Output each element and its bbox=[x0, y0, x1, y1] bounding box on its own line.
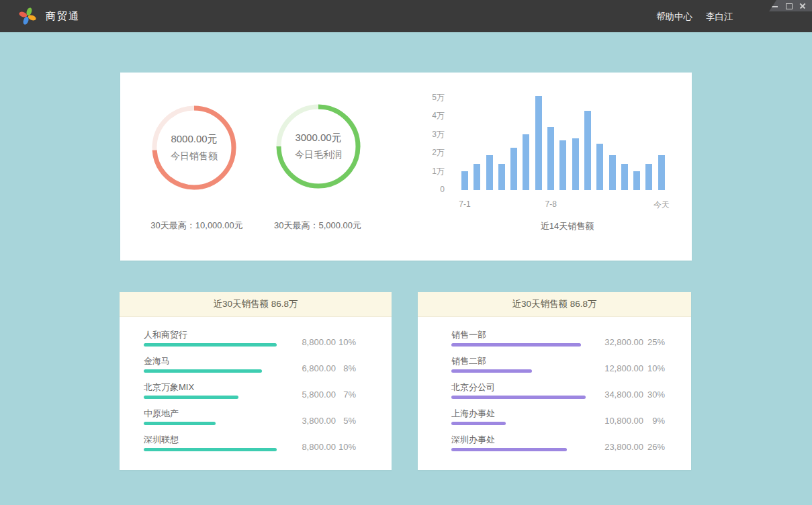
sales-bar bbox=[473, 164, 480, 190]
sales-bar bbox=[633, 171, 640, 190]
sales-bar bbox=[645, 164, 652, 190]
rank-progress-bar bbox=[144, 396, 238, 399]
rank-value: 34,800.00 bbox=[576, 389, 643, 400]
sales-bar bbox=[461, 171, 468, 190]
x-axis-label: 7-1 bbox=[459, 199, 470, 209]
sales-bar bbox=[547, 127, 554, 190]
sales-bar bbox=[584, 111, 591, 191]
rank-percent: 10% bbox=[329, 337, 356, 347]
rank-name: 上海办事处 bbox=[451, 408, 495, 420]
rank-percent: 10% bbox=[635, 363, 665, 373]
department-rank-title: 近30天销售额 86.8万 bbox=[418, 292, 691, 317]
customer-rank-row: 人和商贸行 8,800.00 10% bbox=[120, 328, 392, 355]
today-sales-value: 8000.00元 bbox=[171, 133, 217, 146]
customer-rank-row: 北京万象MIX 5,800.00 7% bbox=[120, 381, 392, 407]
department-rank-row: 销售二部 12,800.00 10% bbox=[418, 355, 691, 381]
sales-bar bbox=[523, 134, 529, 190]
x-axis-label: 7-8 bbox=[545, 199, 556, 209]
rank-progress-bar bbox=[451, 422, 506, 425]
close-button[interactable] bbox=[799, 2, 807, 10]
rank-name: 销售一部 bbox=[451, 329, 486, 341]
minimize-button[interactable] bbox=[770, 2, 778, 10]
bar-chart-x-axis: 7-17-8今天 bbox=[461, 199, 666, 210]
y-axis-tick: 3万 bbox=[409, 130, 445, 140]
y-axis-tick: 0 bbox=[409, 185, 445, 195]
maximize-button[interactable] bbox=[784, 2, 793, 10]
rank-percent: 26% bbox=[635, 442, 665, 452]
customer-rank-card: 近30天销售额 86.8万 人和商贸行 8,800.00 10% 金海马 6,8… bbox=[120, 292, 392, 470]
department-rank-card: 近30天销售额 86.8万 销售一部 32,800.00 25% 销售二部 12… bbox=[418, 292, 691, 470]
department-rank-row: 上海办事处 10,800.00 9% bbox=[418, 407, 691, 433]
today-sales-label: 今日销售额 bbox=[171, 150, 218, 163]
rank-value: 10,800.00 bbox=[576, 416, 643, 426]
customer-rank-title: 近30天销售额 86.8万 bbox=[120, 292, 392, 317]
rank-value: 5,800.00 bbox=[275, 389, 336, 400]
rank-progress-bar bbox=[144, 343, 277, 347]
rank-value: 32,800.00 bbox=[576, 337, 643, 347]
rank-percent: 8% bbox=[329, 363, 356, 373]
department-rank-row: 深圳办事处 23,800.00 26% bbox=[418, 433, 691, 459]
rank-progress-bar bbox=[451, 369, 532, 373]
rank-progress-bar bbox=[144, 369, 262, 373]
department-rank-row: 北京分公司 34,800.00 30% bbox=[418, 381, 691, 407]
rank-value: 12,800.00 bbox=[576, 363, 643, 373]
sales-bar bbox=[510, 148, 517, 190]
rank-value: 3,800.00 bbox=[275, 416, 336, 426]
today-summary-card: 8000.00元 今日销售额 30天最高：10,000.00元 3000.00元… bbox=[120, 73, 692, 261]
rank-percent: 25% bbox=[635, 337, 665, 347]
pinwheel-logo-icon bbox=[17, 6, 38, 26]
x-axis-label: 今天 bbox=[653, 199, 670, 211]
rank-name: 中原地产 bbox=[144, 408, 179, 420]
y-axis-tick: 1万 bbox=[409, 167, 445, 177]
app-title: 商贸通 bbox=[46, 10, 80, 23]
rank-progress-bar bbox=[144, 422, 216, 425]
rank-progress-bar bbox=[451, 396, 586, 399]
rank-name: 销售二部 bbox=[451, 355, 486, 367]
rank-name: 北京万象MIX bbox=[144, 381, 194, 394]
sales-bar bbox=[559, 140, 566, 190]
rank-value: 8,800.00 bbox=[275, 442, 336, 452]
sales-bar bbox=[486, 155, 493, 190]
sales-bar bbox=[621, 164, 628, 190]
sales-bar bbox=[609, 155, 616, 190]
bar-chart-bars bbox=[461, 89, 666, 190]
sales-bar bbox=[535, 96, 542, 191]
rank-progress-bar bbox=[451, 343, 581, 347]
customer-rank-row: 深圳联想 8,800.00 10% bbox=[120, 433, 392, 459]
y-axis-tick: 4万 bbox=[409, 111, 445, 121]
today-sales-donut: 8000.00元 今日销售额 bbox=[150, 104, 238, 191]
sales-bar bbox=[572, 138, 579, 190]
department-rank-row: 销售一部 32,800.00 25% bbox=[418, 328, 691, 355]
y-axis-tick: 5万 bbox=[409, 93, 445, 103]
bar-chart-title: 近14天销售额 bbox=[461, 220, 673, 232]
rank-name: 深圳联想 bbox=[144, 434, 179, 446]
rank-name: 金海马 bbox=[144, 355, 170, 367]
user-menu[interactable]: 李白江 bbox=[706, 11, 733, 23]
rank-name: 北京分公司 bbox=[451, 381, 495, 394]
today-profit-max: 30天最高：5,000.00元 bbox=[245, 220, 390, 232]
sales-bar bbox=[498, 164, 505, 190]
help-center-link[interactable]: 帮助中心 bbox=[656, 11, 692, 23]
rank-name: 人和商贸行 bbox=[144, 329, 187, 341]
rank-percent: 7% bbox=[329, 389, 356, 400]
titlebar: 商贸通 帮助中心 李白江 bbox=[0, 0, 812, 32]
today-profit-donut: 3000.00元 今日毛利润 bbox=[275, 103, 362, 190]
window-controls bbox=[769, 0, 812, 11]
sales-bar bbox=[658, 155, 665, 190]
rank-percent: 5% bbox=[329, 416, 356, 426]
sales-bar bbox=[596, 144, 603, 190]
rank-name: 深圳办事处 bbox=[451, 434, 495, 446]
customer-rank-row: 金海马 6,800.00 8% bbox=[120, 355, 392, 381]
rank-percent: 30% bbox=[635, 389, 665, 400]
rank-percent: 10% bbox=[329, 442, 356, 452]
y-axis-tick: 2万 bbox=[409, 148, 445, 158]
today-profit-label: 今日毛利润 bbox=[295, 149, 342, 161]
rank-percent: 9% bbox=[635, 416, 665, 426]
bar-chart-y-axis: 5万4万3万2万1万0 bbox=[409, 73, 445, 207]
rank-value: 6,800.00 bbox=[275, 363, 336, 373]
rank-progress-bar bbox=[144, 448, 277, 451]
rank-value: 23,800.00 bbox=[576, 442, 643, 452]
customer-rank-row: 中原地产 3,800.00 5% bbox=[120, 407, 392, 433]
today-profit-value: 3000.00元 bbox=[295, 132, 341, 144]
rank-progress-bar bbox=[451, 448, 567, 451]
